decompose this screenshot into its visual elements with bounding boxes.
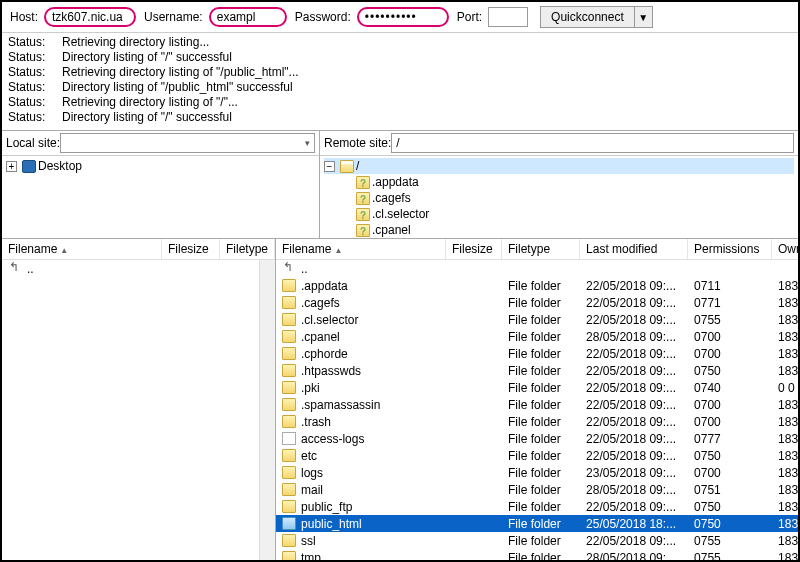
folder-icon xyxy=(282,313,296,326)
remote-tree-pane: Remote site: −/.appdata.cagefs.cl.select… xyxy=(320,131,798,238)
local-list-header[interactable]: Filename▲ Filesize Filetype xyxy=(2,239,275,260)
col-last-modified[interactable]: Last modified xyxy=(580,239,688,259)
last-modified: 22/05/2018 09:... xyxy=(580,534,688,548)
list-item[interactable]: .pkiFile folder22/05/2018 09:...07400 0 xyxy=(276,379,800,396)
filetype: File folder xyxy=(502,449,580,463)
tree-node[interactable]: .cl.selector xyxy=(324,206,794,222)
port-input[interactable] xyxy=(488,7,528,27)
local-site-label: Local site: xyxy=(6,136,60,150)
up-icon xyxy=(8,262,22,275)
username-input[interactable] xyxy=(209,7,287,27)
list-item[interactable]: .cl.selectorFile folder22/05/2018 09:...… xyxy=(276,311,800,328)
list-item[interactable]: public_htmlFile folder25/05/2018 18:...0… xyxy=(276,515,800,532)
owner-group: 1831 1832 xyxy=(772,534,800,548)
up-icon xyxy=(282,262,296,275)
filename: .cpanel xyxy=(301,330,340,344)
col-filesize[interactable]: Filesize xyxy=(162,239,220,259)
permissions: 0711 xyxy=(688,279,772,293)
filetype: File folder xyxy=(502,381,580,395)
permissions: 0755 xyxy=(688,313,772,327)
filename: .spamassassin xyxy=(301,398,380,412)
quickconnect-dropdown[interactable]: ▼ xyxy=(635,6,653,28)
list-item[interactable]: .spamassassinFile folder22/05/2018 09:..… xyxy=(276,396,800,413)
desktop-icon xyxy=(22,160,36,173)
tree-node[interactable]: .appdata xyxy=(324,174,794,190)
list-item[interactable]: .appdataFile folder22/05/2018 09:...0711… xyxy=(276,277,800,294)
col-filetype[interactable]: Filetype xyxy=(502,239,580,259)
connection-bar: Host: Username: Password: Port: Quickcon… xyxy=(2,2,798,33)
permissions: 0755 xyxy=(688,534,772,548)
scrollbar[interactable] xyxy=(259,260,275,562)
log-label: Status: xyxy=(8,65,62,80)
list-item[interactable]: .cpanelFile folder28/05/2018 09:...07001… xyxy=(276,328,800,345)
remote-site-input[interactable] xyxy=(391,133,794,153)
username-label: Username: xyxy=(144,10,203,24)
filetype: File folder xyxy=(502,313,580,327)
password-input[interactable] xyxy=(357,7,449,27)
col-owner-group[interactable]: Owner/Gro xyxy=(772,239,800,259)
permissions: 0777 xyxy=(688,432,772,446)
remote-file-list-pane: Filename▲ Filesize Filetype Last modifie… xyxy=(276,239,800,562)
filename: .appdata xyxy=(301,279,348,293)
local-file-list-pane: Filename▲ Filesize Filetype .. xyxy=(2,239,276,562)
folder-icon xyxy=(282,296,296,309)
quickconnect-button[interactable]: Quickconnect xyxy=(540,6,635,28)
filename: .htpasswds xyxy=(301,364,361,378)
tree-node[interactable]: −/ xyxy=(324,158,794,174)
tree-node[interactable]: .cpanel xyxy=(324,222,794,238)
permissions: 0755 xyxy=(688,551,772,563)
list-item[interactable]: logsFile folder23/05/2018 09:...07001831… xyxy=(276,464,800,481)
last-modified: 22/05/2018 09:... xyxy=(580,279,688,293)
filename: tmp xyxy=(301,551,321,563)
collapse-icon[interactable]: − xyxy=(324,161,335,172)
log-message: Directory listing of "/" successful xyxy=(62,50,232,65)
permissions: 0700 xyxy=(688,330,772,344)
last-modified: 28/05/2018 09:... xyxy=(580,330,688,344)
permissions: 0740 xyxy=(688,381,772,395)
owner-group: 1831 1832 xyxy=(772,347,800,361)
password-label: Password: xyxy=(295,10,351,24)
list-item[interactable]: .trashFile folder22/05/2018 09:...070018… xyxy=(276,413,800,430)
list-item[interactable]: etcFile folder22/05/2018 09:...07501831 … xyxy=(276,447,800,464)
col-filetype[interactable]: Filetype xyxy=(220,239,275,259)
last-modified: 23/05/2018 09:... xyxy=(580,466,688,480)
filetype: File folder xyxy=(502,517,580,531)
list-item[interactable]: .htpasswdsFile folder22/05/2018 09:...07… xyxy=(276,362,800,379)
list-item[interactable]: mailFile folder28/05/2018 09:...07511831… xyxy=(276,481,800,498)
expand-icon[interactable]: + xyxy=(6,161,17,172)
folder-unknown-icon xyxy=(356,192,370,205)
list-item[interactable]: .cphordeFile folder22/05/2018 09:...0700… xyxy=(276,345,800,362)
tree-node[interactable]: .cagefs xyxy=(324,190,794,206)
remote-tree[interactable]: −/.appdata.cagefs.cl.selector.cpanel.cph… xyxy=(320,156,798,238)
local-site-combo[interactable]: ▾ xyxy=(60,133,315,153)
filename: .pki xyxy=(301,381,320,395)
filetype: File folder xyxy=(502,432,580,446)
local-file-list[interactable]: .. xyxy=(2,260,275,562)
last-modified: 22/05/2018 09:... xyxy=(580,381,688,395)
sort-asc-icon: ▲ xyxy=(60,246,68,255)
folder-icon xyxy=(282,449,296,462)
permissions: 0750 xyxy=(688,449,772,463)
folder-sel-icon xyxy=(282,517,296,530)
last-modified: 22/05/2018 09:... xyxy=(580,313,688,327)
last-modified: 22/05/2018 09:... xyxy=(580,364,688,378)
remote-file-list[interactable]: ...appdataFile folder22/05/2018 09:...07… xyxy=(276,260,800,562)
owner-group: 1831 1832 xyxy=(772,398,800,412)
remote-site-label: Remote site: xyxy=(324,136,391,150)
folder-unknown-icon xyxy=(356,208,370,221)
tree-node-label: .cpanel xyxy=(372,222,411,238)
filetype: File folder xyxy=(502,500,580,514)
list-item[interactable]: access-logsFile folder22/05/2018 09:...0… xyxy=(276,430,800,447)
list-item[interactable]: tmpFile folder28/05/2018 09:...07551831 … xyxy=(276,549,800,562)
host-input[interactable] xyxy=(44,7,136,27)
list-item[interactable]: .. xyxy=(2,260,259,277)
list-item[interactable]: sslFile folder22/05/2018 09:...07551831 … xyxy=(276,532,800,549)
list-item[interactable]: .. xyxy=(276,260,800,277)
local-tree[interactable]: + Desktop xyxy=(2,156,319,238)
list-item[interactable]: .cagefsFile folder22/05/2018 09:...07711… xyxy=(276,294,800,311)
permissions: 0750 xyxy=(688,364,772,378)
col-permissions[interactable]: Permissions xyxy=(688,239,772,259)
col-filesize[interactable]: Filesize xyxy=(446,239,502,259)
list-item[interactable]: public_ftpFile folder22/05/2018 09:...07… xyxy=(276,498,800,515)
remote-list-header[interactable]: Filename▲ Filesize Filetype Last modifie… xyxy=(276,239,800,260)
